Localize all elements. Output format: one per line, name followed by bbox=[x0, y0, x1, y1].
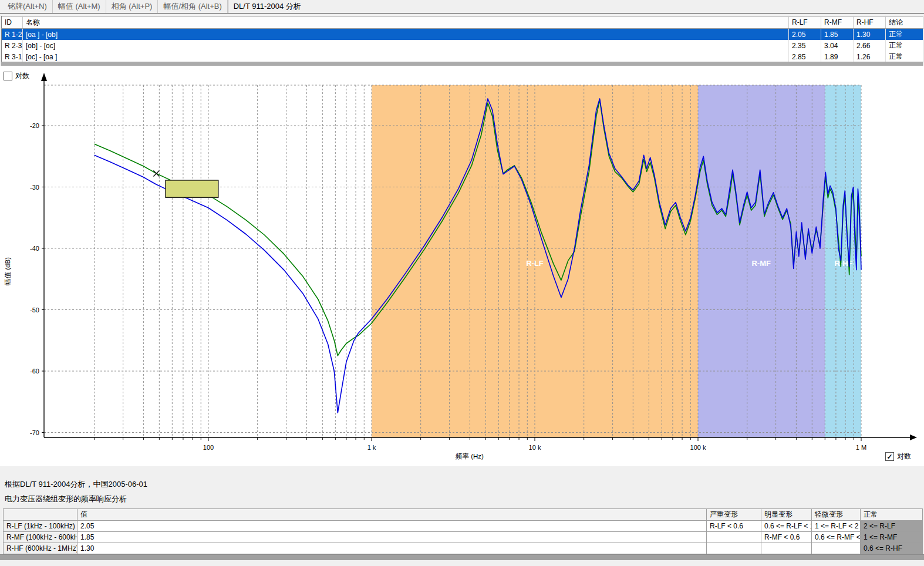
cell-id: R 2-3 bbox=[2, 40, 23, 51]
table-bottom-strip bbox=[1, 62, 923, 66]
cell-slight: 1 <= R-LF < 2 bbox=[812, 521, 861, 532]
y-tick-label: -30 bbox=[30, 184, 39, 191]
log-checkbox-label: 对数 bbox=[897, 452, 911, 461]
column-header[interactable]: R-LF bbox=[789, 16, 821, 29]
tab-nameplate[interactable]: 铭牌(Alt+N) bbox=[2, 0, 53, 13]
tab-magnitude-phase[interactable]: 幅值/相角 (Alt+B) bbox=[158, 0, 227, 13]
y-axis-title: 幅值 (dB) bbox=[4, 257, 11, 285]
criteria-row: R-LF (1kHz - 100kHz)2.05R-LF < 0.60.6 <=… bbox=[4, 521, 923, 532]
cell-name: [ob] - [oc] bbox=[23, 40, 789, 51]
cell-normal: 0.6 <= R-HF bbox=[861, 543, 923, 554]
fra-chart[interactable]: -20-30-40-50-60-70R-LFR-MFR-HF1001 k10 k… bbox=[0, 66, 924, 466]
criteria-column-header: 严重变形 bbox=[707, 509, 761, 521]
region-label-rmf: R-MF bbox=[751, 259, 771, 268]
cell-rhf: 2.66 bbox=[854, 40, 886, 51]
y-tick-label: -20 bbox=[30, 122, 39, 129]
tab-dlt-911-2004-analysis[interactable]: DL/T 911-2004 分析 bbox=[228, 0, 306, 13]
cell-severe bbox=[707, 532, 761, 543]
column-header[interactable]: R-HF bbox=[854, 16, 886, 29]
cell-severe: R-LF < 0.6 bbox=[707, 521, 761, 532]
criteria-column-header: 轻微变形 bbox=[812, 509, 861, 521]
cell-name: [oc] - [oa ] bbox=[23, 51, 789, 63]
cell-obvious: R-MF < 0.6 bbox=[761, 532, 812, 543]
x-tick-label: 1 k bbox=[367, 444, 376, 451]
cell-rhf: 1.30 bbox=[854, 29, 886, 41]
cell-rmf: 1.89 bbox=[821, 51, 854, 63]
x-axis-title: 频率 (Hz) bbox=[456, 453, 484, 460]
tab-bar: 铭牌(Alt+N)幅值 (Alt+M)相角 (Alt+P)幅值/相角 (Alt+… bbox=[0, 0, 924, 14]
y-tick-label: -50 bbox=[30, 306, 39, 314]
cell-rmf: 1.85 bbox=[821, 29, 854, 41]
log-scale-checkbox-bottom[interactable]: ✓ 对数 bbox=[885, 452, 911, 461]
column-header[interactable]: 名称 bbox=[23, 16, 789, 29]
winding-results-table: ID名称R-LFR-MFR-HF结论 R 1-2[oa ] - [ob]2.05… bbox=[1, 16, 923, 63]
cell-id: R 1-2 bbox=[2, 29, 23, 41]
cell-conclusion: 正常 bbox=[886, 29, 923, 41]
cell-value: 2.05 bbox=[77, 521, 707, 532]
column-header[interactable]: R-MF bbox=[821, 16, 854, 29]
cell-obvious bbox=[761, 543, 812, 554]
tab-magnitude[interactable]: 幅值 (Alt+M) bbox=[53, 0, 106, 13]
x-tick-label: 10 k bbox=[529, 444, 541, 451]
table-row[interactable]: R 3-1[oc] - [oa ]2.851.891.26正常 bbox=[2, 51, 923, 63]
table-row[interactable]: R 1-2[oa ] - [ob]2.051.851.30正常 bbox=[2, 29, 923, 41]
x-tick-label: 1 M bbox=[856, 444, 866, 451]
tab-phase[interactable]: 相角 (Alt+P) bbox=[106, 0, 159, 13]
region-label-rlf: R-LF bbox=[526, 259, 544, 268]
cell-rlf: 2.05 bbox=[789, 29, 821, 41]
cell-parameter: R-HF (600kHz - 1MHz) bbox=[4, 543, 77, 554]
cell-value: 1.30 bbox=[77, 543, 707, 554]
results-table-header: ID名称R-LFR-MFR-HF结论 bbox=[2, 16, 923, 29]
x-tick-label: 100 k bbox=[690, 444, 706, 451]
cell-rmf: 3.04 bbox=[821, 40, 854, 51]
y-tick-label: -60 bbox=[30, 368, 39, 375]
cell-normal: 2 <= R-LF bbox=[861, 521, 923, 532]
criteria-column-header: 正常 bbox=[861, 509, 923, 521]
criteria-row: R-HF (600kHz - 1MHz)1.300.6 <= R-HF bbox=[4, 543, 923, 554]
cell-obvious: 0.6 <= R-LF < 1 bbox=[761, 521, 812, 532]
cell-conclusion: 正常 bbox=[886, 40, 923, 51]
cell-rlf: 2.35 bbox=[789, 40, 821, 51]
cell-parameter: R-MF (100kHz - 600kHz) bbox=[4, 532, 77, 543]
y-tick-label: -40 bbox=[30, 245, 39, 252]
criteria-table-header: 值严重变形明显变形轻微变形正常 bbox=[4, 509, 923, 521]
cursor-tooltip bbox=[166, 180, 218, 197]
table-row[interactable]: R 2-3[ob] - [oc]2.353.042.66正常 bbox=[2, 40, 923, 51]
column-header[interactable]: ID bbox=[2, 16, 23, 29]
x-tick-label: 100 bbox=[203, 444, 214, 451]
analysis-title-note: 电力变压器绕组变形的频率响应分析 bbox=[5, 494, 127, 504]
cell-slight bbox=[812, 543, 861, 554]
cell-value: 1.85 bbox=[77, 532, 707, 543]
checkbox-box-icon[interactable]: ✓ bbox=[885, 452, 894, 461]
x-axis-arrow-icon bbox=[910, 434, 917, 440]
criteria-column-header: 明显变形 bbox=[761, 509, 812, 521]
cell-normal: 1 <= R-MF bbox=[861, 532, 923, 543]
bottom-scrollbar-track[interactable] bbox=[0, 554, 924, 560]
fra-chart-panel: 对数 -20-30-40-50-60-70R-LFR-MFR-HF1001 k1… bbox=[0, 66, 924, 466]
criteria-column-header: 值 bbox=[77, 509, 707, 521]
criteria-row: R-MF (100kHz - 600kHz)1.85R-MF < 0.60.6 … bbox=[4, 532, 923, 543]
y-axis-arrow-icon bbox=[41, 73, 47, 81]
cell-slight: 0.6 <= R-MF < 1 bbox=[812, 532, 861, 543]
cell-rhf: 1.26 bbox=[854, 51, 886, 63]
column-header[interactable]: 结论 bbox=[886, 16, 923, 29]
cell-name: [oa ] - [ob] bbox=[23, 29, 789, 41]
cell-parameter: R-LF (1kHz - 100kHz) bbox=[4, 521, 77, 532]
cell-rlf: 2.85 bbox=[789, 51, 821, 63]
analysis-standard-note: 根据DL/T 911-2004分析，中国2005-06-01 bbox=[5, 479, 147, 490]
y-tick-label: -70 bbox=[30, 429, 39, 436]
criteria-table: 值严重变形明显变形轻微变形正常 R-LF (1kHz - 100kHz)2.05… bbox=[3, 508, 923, 554]
criteria-column-header bbox=[4, 509, 77, 521]
cell-severe bbox=[707, 543, 761, 554]
cell-conclusion: 正常 bbox=[886, 51, 923, 63]
cell-id: R 3-1 bbox=[2, 51, 23, 63]
